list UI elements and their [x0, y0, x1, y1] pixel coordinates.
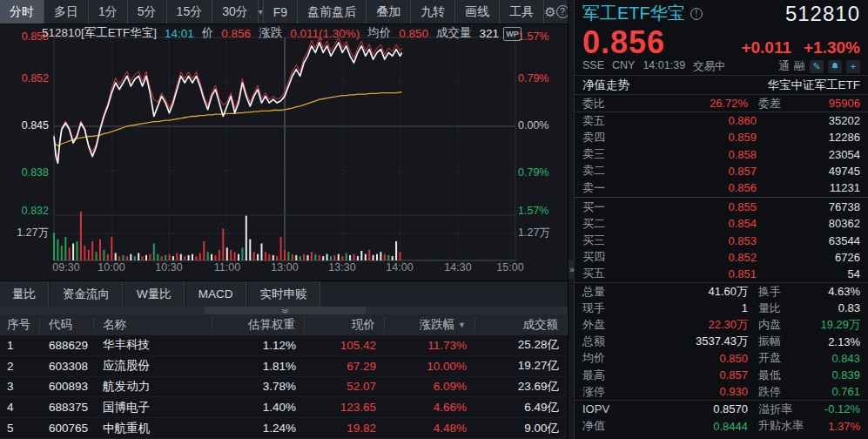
- stat-label: 最高: [582, 368, 622, 383]
- tab-liangbi[interactable]: 量比: [0, 281, 49, 307]
- stats-row: 最高0.857最低0.839: [582, 367, 860, 383]
- tool-tools[interactable]: 工具: [500, 0, 544, 24]
- tab-15min[interactable]: 15分: [167, 0, 213, 24]
- add-plus-icon[interactable]: +: [846, 60, 860, 73]
- stat-label: 外盘: [582, 317, 622, 333]
- cell-name: 应流股份: [94, 358, 212, 374]
- chart-header: 512810[军工ETF华宝] 14:01 价 0.856 涨跌 0.011(1…: [42, 26, 499, 40]
- collapse-down-icon: »: [281, 308, 290, 314]
- stat-label: 最低: [748, 368, 811, 383]
- axis-price-4: 0.838: [0, 166, 49, 179]
- edit-pencil-icon[interactable]: ✎: [810, 60, 824, 73]
- ask-row-5[interactable]: 卖五0.86035202: [582, 112, 860, 129]
- col-header-price[interactable]: 现价: [305, 317, 385, 333]
- stat-value: 4.63%: [811, 285, 860, 298]
- tool-overlay[interactable]: 叠加: [367, 0, 411, 24]
- col-header-change[interactable]: 涨跌幅▼: [385, 317, 475, 333]
- tool-pre-post-market[interactable]: 盘前盘后: [298, 0, 367, 24]
- intraday-chart[interactable]: 512810[军工ETF华宝] 14:01 价 0.856 涨跌 0.011(1…: [0, 24, 568, 280]
- table-row[interactable]: 4 688375 国博电子 1.40% 123.65 4.66% 6.49亿: [0, 397, 568, 418]
- stat-value: -0.12%: [811, 402, 860, 415]
- bid-row-5[interactable]: 买五0.85154: [582, 266, 860, 282]
- exchange-label: SSE: [582, 59, 604, 74]
- cell-name: 航发动力: [94, 379, 212, 395]
- stat-value: 1.37%: [811, 420, 860, 433]
- tool-nine-turn[interactable]: 九转: [411, 0, 455, 24]
- cell-index: 4: [0, 401, 40, 414]
- stat-label: 净值: [582, 418, 622, 434]
- col-header-index[interactable]: 序号: [0, 317, 40, 333]
- stat-label: 现手: [582, 301, 622, 316]
- period-toolbar: 分时 多日 1分 5分 15分 30分 ▾ F9 盘前盘后 叠加 九转 画线 工…: [0, 0, 568, 24]
- cell-index: 3: [0, 380, 40, 393]
- bid-row-1[interactable]: 买一0.85576738: [582, 199, 860, 215]
- nav-value-row: 净值0.8444升贴水率1.37%: [582, 418, 860, 435]
- table-row[interactable]: 5 600765 中航重机 1.24% 19.82 4.48% 9.00亿: [0, 418, 568, 439]
- stat-value: 0.850: [622, 352, 748, 365]
- col-header-name[interactable]: 名称: [94, 317, 212, 333]
- cell-change: 4.48%: [385, 422, 475, 435]
- axis-time-1400: 14:00: [386, 261, 413, 274]
- info-icon[interactable]: !: [690, 8, 703, 20]
- axis-vol-left: 1.27万: [0, 226, 49, 240]
- tab-zijinliuxiang-label: 资金流向: [63, 287, 110, 302]
- tool-draw-line[interactable]: 画线: [455, 0, 500, 24]
- bid-row-3[interactable]: 买三0.85363544: [582, 233, 860, 249]
- tab-zijinliuxiang[interactable]: 资金流向: [50, 281, 123, 307]
- stat-label: 振幅: [748, 334, 811, 349]
- settings-gear-icon[interactable]: ⚙: [544, 0, 555, 24]
- quote-timestamp: 14:01:39: [643, 59, 685, 74]
- tab-shishi-shenshu[interactable]: 实时申赎: [248, 281, 320, 307]
- stat-value: 41.60万: [622, 284, 748, 300]
- col-header-turnover[interactable]: 成交额: [475, 317, 568, 333]
- bid-row-4[interactable]: 买四0.8526726: [582, 249, 860, 266]
- tab-macd[interactable]: MACD: [186, 281, 246, 307]
- volume-value: 321: [480, 27, 500, 40]
- ask-row-3[interactable]: 卖三0.85823054: [582, 146, 860, 163]
- sort-desc-icon: ▼: [458, 321, 466, 329]
- cell-code: 603308: [40, 360, 94, 373]
- cell-change: 10.00%: [385, 360, 475, 373]
- tab-fenshi[interactable]: 分时: [0, 0, 44, 24]
- constituents-table: 序号 代码 名称 估算权重 现价 涨跌幅▼ 成交额 1 688629 华丰科技 …: [0, 314, 568, 439]
- table-row[interactable]: 1 688629 华丰科技 1.12% 105.42 11.73% 25.28亿: [0, 335, 568, 356]
- col-header-code[interactable]: 代码: [40, 317, 94, 333]
- tool-f9[interactable]: F9: [264, 0, 298, 24]
- ask-row-4[interactable]: 卖四0.85912286: [582, 129, 860, 145]
- axis-pct-1: 1.57%: [518, 30, 567, 44]
- cell-change: 6.09%: [385, 380, 475, 393]
- tab-5min[interactable]: 5分: [128, 0, 167, 24]
- horizontal-splitter[interactable]: »: [0, 307, 568, 314]
- fund-full-name: 华宝中证军工ETF: [768, 78, 861, 93]
- wp-monitor-icon[interactable]: WP: [503, 27, 521, 41]
- alert-bell-icon[interactable]: [828, 60, 842, 73]
- bid-row-2[interactable]: 买二0.85480362: [582, 215, 860, 232]
- cell-name: 华丰科技: [94, 337, 212, 353]
- change-label: 涨跌: [259, 25, 282, 41]
- axis-time-1100: 11:00: [214, 261, 240, 274]
- ask-row-2[interactable]: 卖二0.85749745: [582, 163, 860, 179]
- bid-volume: 6726: [757, 251, 860, 264]
- tab-wliangbi[interactable]: W量比: [124, 281, 185, 307]
- stat-label: 内盘: [748, 317, 811, 333]
- pane-divider[interactable]: »: [568, 0, 575, 439]
- tab-duori[interactable]: 多日: [44, 0, 89, 24]
- stat-label: 均价: [582, 350, 622, 366]
- intraday-plot[interactable]: [0, 24, 568, 280]
- tab-30min[interactable]: 30分: [212, 0, 259, 24]
- table-row[interactable]: 3 600893 航发动力 3.78% 52.07 6.09% 23.69亿: [0, 377, 568, 398]
- nav-trend-row[interactable]: 净值走势 华宝中证军工ETF: [582, 76, 860, 94]
- weicha-value: 95906: [811, 97, 860, 110]
- table-row[interactable]: 2 603308 应流股份 1.81% 67.29 10.00% 19.27亿: [0, 356, 568, 377]
- tab-1min[interactable]: 1分: [89, 0, 128, 24]
- col-header-weight[interactable]: 估算权重: [212, 317, 305, 333]
- stats-row: 总量41.60万换手4.63%: [582, 283, 860, 300]
- bid-price: 0.854: [626, 217, 757, 230]
- axis-vol-right: 1.27万: [518, 226, 567, 240]
- ask-row-1[interactable]: 卖一0.85611231: [582, 179, 860, 196]
- stat-value: 0.843: [811, 352, 860, 365]
- tab-wliangbi-label: W量比: [137, 287, 172, 302]
- cell-turnover: 6.49亿: [475, 400, 568, 415]
- splitter-grip[interactable]: »: [205, 307, 366, 314]
- ask-volume: 49745: [757, 165, 860, 178]
